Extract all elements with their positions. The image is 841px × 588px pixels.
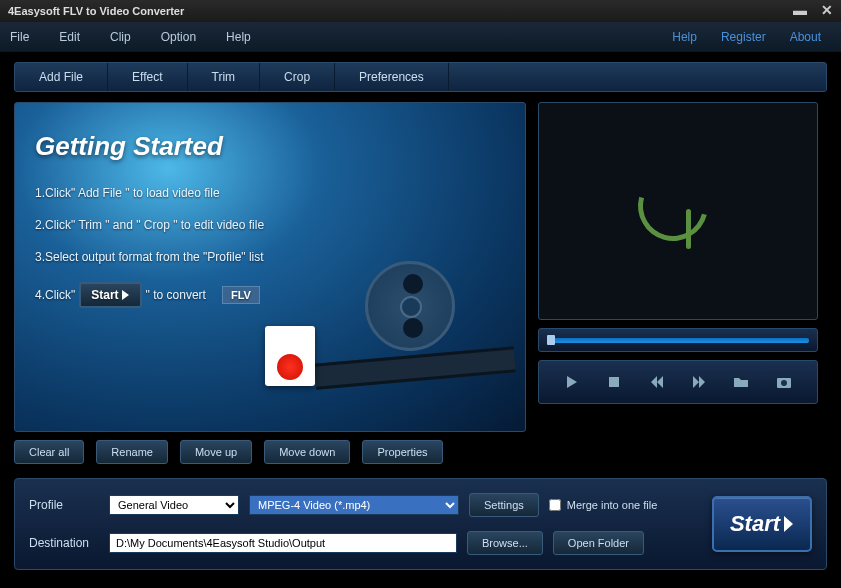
toolbar-effect[interactable]: Effect <box>108 63 187 91</box>
menu-option[interactable]: Option <box>161 30 196 44</box>
toolbar-trim[interactable]: Trim <box>188 63 261 91</box>
minimize-button[interactable]: ▬ <box>793 3 807 17</box>
next-button[interactable] <box>687 370 711 394</box>
menu-help[interactable]: Help <box>226 30 251 44</box>
start-button-label: Start <box>730 511 780 537</box>
destination-input[interactable] <box>109 533 457 553</box>
properties-button[interactable]: Properties <box>362 440 442 464</box>
toolbar: Add File Effect Trim Crop Preferences <box>14 62 827 92</box>
close-button[interactable]: ✕ <box>821 3 833 17</box>
merge-checkbox-wrap[interactable]: Merge into one file <box>549 499 658 511</box>
move-down-button[interactable]: Move down <box>264 440 350 464</box>
link-help[interactable]: Help <box>672 30 697 44</box>
menu-file[interactable]: File <box>10 30 29 44</box>
open-file-button[interactable] <box>729 370 753 394</box>
gs-inline-start-button[interactable]: Start <box>79 282 141 308</box>
flv-file-icon <box>265 326 315 386</box>
brand-logo-icon <box>638 171 718 251</box>
profile-category-select[interactable]: General Video <box>109 495 239 515</box>
link-register[interactable]: Register <box>721 30 766 44</box>
play-button[interactable] <box>560 370 584 394</box>
clear-all-button[interactable]: Clear all <box>14 440 84 464</box>
toolbar-preferences[interactable]: Preferences <box>335 63 449 91</box>
preview-video-area <box>538 102 818 320</box>
link-about[interactable]: About <box>790 30 821 44</box>
gs-inline-start-label: Start <box>91 288 118 302</box>
snapshot-button[interactable] <box>772 370 796 394</box>
open-folder-button[interactable]: Open Folder <box>553 531 644 555</box>
gs-step-2: 2.Click" Trim " and " Crop " to edit vid… <box>35 218 505 232</box>
stop-button[interactable] <box>602 370 626 394</box>
svg-rect-0 <box>609 377 619 387</box>
settings-button[interactable]: Settings <box>469 493 539 517</box>
bottom-panel: Profile General Video MPEG-4 Video (*.mp… <box>14 478 827 570</box>
menu-edit[interactable]: Edit <box>59 30 80 44</box>
menu-clip[interactable]: Clip <box>110 30 131 44</box>
profile-label: Profile <box>29 498 99 512</box>
merge-label: Merge into one file <box>567 499 658 511</box>
app-title: 4Easysoft FLV to Video Converter <box>8 5 184 17</box>
browse-button[interactable]: Browse... <box>467 531 543 555</box>
flv-badge: FLV <box>222 286 260 304</box>
svg-point-2 <box>781 380 787 386</box>
move-up-button[interactable]: Move up <box>180 440 252 464</box>
merge-checkbox[interactable] <box>549 499 561 511</box>
getting-started-panel: Getting Started 1.Click" Add File " to l… <box>14 102 526 432</box>
film-reel-graphic <box>315 261 495 401</box>
start-button[interactable]: Start <box>712 496 812 552</box>
profile-format-select[interactable]: MPEG-4 Video (*.mp4) <box>249 495 459 515</box>
destination-label: Destination <box>29 536 99 550</box>
seek-bar[interactable] <box>538 328 818 352</box>
gs-title: Getting Started <box>35 131 505 162</box>
toolbar-crop[interactable]: Crop <box>260 63 335 91</box>
gs-step-1: 1.Click" Add File " to load video file <box>35 186 505 200</box>
gs-step4-text-b: " to convert <box>146 288 206 302</box>
rename-button[interactable]: Rename <box>96 440 168 464</box>
prev-button[interactable] <box>645 370 669 394</box>
toolbar-add-file[interactable]: Add File <box>15 63 108 91</box>
gs-step4-text-a: 4.Click" <box>35 288 75 302</box>
